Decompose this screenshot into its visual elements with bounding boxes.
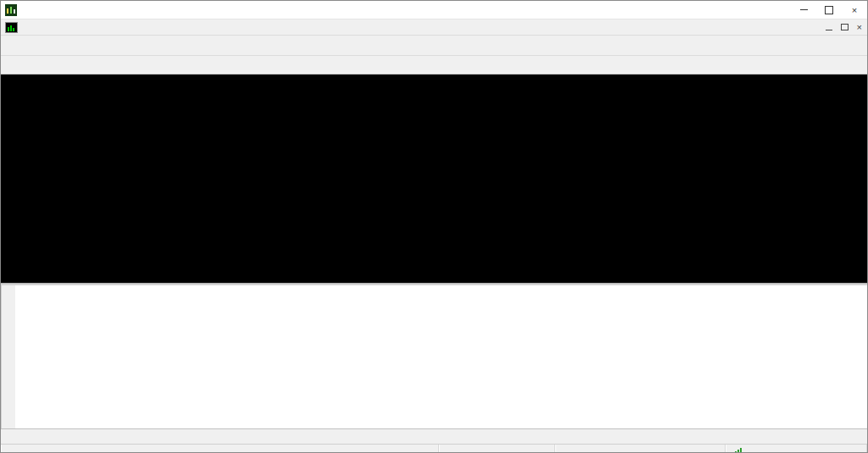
status-help-text	[1, 445, 439, 453]
mdi-minimize-button[interactable]	[826, 22, 832, 32]
app-icon	[5, 4, 17, 16]
status-connection	[726, 445, 867, 453]
drawing-toolbar	[1, 56, 867, 75]
titlebar: ×	[1, 1, 867, 19]
menubar: ×	[1, 19, 867, 36]
status-profile[interactable]	[439, 445, 555, 453]
positions-table-wrap	[15, 285, 867, 428]
connection-bars-icon	[732, 447, 742, 453]
statusbar	[1, 444, 867, 453]
mt4-window: × ×	[0, 0, 868, 453]
maximize-button[interactable]	[816, 1, 842, 19]
close-button[interactable]: ×	[842, 1, 867, 19]
candlestick-chart[interactable]	[1, 75, 868, 283]
mdi-close-button[interactable]: ×	[857, 23, 862, 31]
minimize-icon	[800, 9, 808, 10]
terminal-side-tab[interactable]	[1, 285, 15, 428]
status-spacer	[555, 445, 726, 453]
chart-window-icon	[5, 22, 18, 33]
minimize-button[interactable]	[791, 1, 816, 19]
mdi-restore-button[interactable]	[841, 22, 849, 32]
terminal-panel	[1, 285, 867, 428]
terminal-tabs	[1, 428, 867, 444]
chart-area[interactable]	[1, 75, 867, 283]
mdi-window-controls: ×	[826, 22, 867, 32]
main-toolbar	[1, 36, 867, 56]
maximize-icon	[825, 6, 833, 14]
